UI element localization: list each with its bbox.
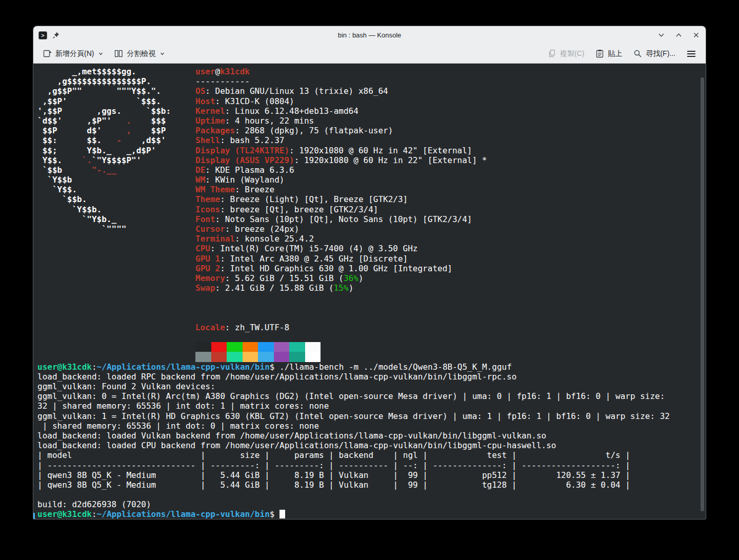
terminal-line: ggml_vulkan: 0 = Intel(R) Arc(tm) A380 G… [37,391,706,401]
terminal-text: $$$ [131,116,166,126]
terminal-text: : Noto Sans (10pt) [Qt], Noto Sans (10pt… [215,214,472,224]
terminal-text: Font [195,214,215,224]
terminal-text: `$$b. [37,194,87,204]
palette-row [195,352,487,362]
terminal-line: Memory: 5.62 GiB / 15.51 GiB (36%) [195,273,487,283]
terminal-text: | shared memory: 65536 | int dot: 0 | ma… [37,421,319,431]
terminal-text: WM Theme [195,185,235,194]
terminal-line: | ------------------------------ | -----… [37,461,706,470]
scrollbar-thumb[interactable] [701,77,704,511]
color-swatch [243,352,258,362]
terminal-text: `d$$' ,$P"' [37,116,126,126]
terminal-line: build: d2d626938 (7020) [37,499,706,509]
terminal-text: 32 | shared memory: 65536 | int dot: 1 |… [37,401,329,411]
terminal-line [195,332,487,342]
color-swatch [211,352,227,362]
color-swatch [195,352,211,362]
close-button[interactable] [691,31,701,40]
find-button[interactable]: 尋找(F)... [629,47,680,61]
copy-button[interactable]: 複製(C) [543,47,589,61]
paste-button[interactable]: 貼上 [591,47,627,61]
hamburger-menu-button[interactable] [682,48,701,60]
split-view-icon [114,49,123,58]
terminal-text: `"Y$b._ [37,214,116,224]
minimize-button[interactable] [656,31,666,40]
terminal-line: Packages: 2868 (dpkg), 75 (flatpak-user) [195,126,487,135]
terminal-text: ~/Applications/llama-cpp-vulkan/bin [97,509,270,519]
terminal-line: ggml_vulkan: 1 = Intel(R) HD Graphics 63… [37,411,706,421]
terminal-line: | shared memory: 65536 | int dot: 0 | ma… [37,421,706,431]
terminal-line: WM: KWin (Wayland) [195,175,487,185]
terminal-text: : [92,509,97,519]
color-swatch [195,342,211,352]
color-swatch [274,342,290,352]
new-tab-button[interactable]: 新增分頁(N) [38,47,108,61]
terminal-text: load_backend: loaded Vulkan backend from… [37,431,546,441]
terminal-line: Cursor: breeze (24px) [195,224,487,234]
terminal-line: | model | size | params | backend | ngl … [37,450,706,460]
new-tab-label: 新增分頁(N) [55,49,94,58]
terminal-text: : zh_TW.UTF-8 [225,323,289,332]
title-bar[interactable]: > bin : bash — Konsole [33,26,706,44]
terminal-text: ,g$$P"" """Y$$.". [37,86,161,96]
copy-label: 複製(C) [560,49,584,58]
terminal-text: OS [195,86,205,96]
terminal-line: `Y$$b [37,175,195,185]
terminal-line: Shell: bash 5.2.37 [195,135,487,145]
konsole-window: > bin : bash — Konsole [33,26,706,519]
terminal-line: GPU 2: Intel HD Graphics 630 @ 1.00 GHz … [195,264,487,273]
terminal-line: Theme: Breeze (Light) [Qt], Breeze [GTK2… [195,194,487,204]
chevron-down-icon [160,51,165,56]
terminal-text: ggml_vulkan: Found 2 Vulkan devices: [37,382,215,391]
split-view-button[interactable]: 分割檢視 [110,47,169,61]
terminal-line: ,$$P' `$$$. [37,96,195,106]
terminal-text: 15% [334,283,349,293]
terminal-text: Swap [195,283,215,293]
terminal-line: `$$b "-.__ [37,165,195,175]
terminal-line: `Y$$b. [37,205,195,214]
terminal-text: Uptime [195,116,225,126]
terminal-line: user@k31cdk:~/Applications/llama-cpp-vul… [37,509,706,519]
terminal-line: $$; Y$b._ _,d$P' [37,146,195,155]
terminal-text: Theme [195,194,220,204]
terminal-line: Locale: zh_TW.UTF-8 [195,323,487,332]
terminal-line: Swap: 2.41 GiB / 15.88 GiB (15%) [195,283,487,293]
terminal-text: "-.__ [92,165,116,175]
terminal-text: `"""" [37,224,126,234]
terminal-area[interactable]: _,met$$$$$gg. ,g$$$$$$$$$$$$$$$P. ,g$$P"… [33,64,706,519]
terminal-line: CPU: Intel(R) Core(TM) i5-7400 (4) @ 3.5… [195,244,487,253]
terminal-text: `Y$$. [37,185,77,194]
terminal-text: | qwen3 8B Q5_K - Medium | 5.44 GiB | 8.… [37,480,630,490]
terminal-text: : konsole 25.4.2 [235,234,314,244]
fastfetch-output: _,met$$$$$gg. ,g$$$$$$$$$$$$$$$P. ,g$$P"… [37,67,706,362]
terminal-line: `"Y$b._ [37,214,195,224]
terminal-line: Kernel: Linux 6.12.48+deb13-amd64 [195,106,487,116]
terminal-line: user@k31cdk:~/Applications/llama-cpp-vul… [37,362,706,372]
terminal-text: : 1920x1080 @ 60 Hz in 42" [External] [289,146,472,155]
terminal-text: Terminal [195,234,235,244]
pin-icon[interactable] [52,31,60,39]
terminal-text: : 1920x1080 @ 60 Hz in 22" [External] * [294,155,487,165]
terminal-text: ~/Applications/llama-cpp-vulkan/bin [97,362,270,372]
terminal-line: Icons: breeze [Qt], breeze [GTK2/3/4] [195,205,487,214]
terminal-text: CPU [195,244,210,253]
terminal-text: $$P d$' [37,126,126,135]
maximize-button[interactable] [674,31,683,40]
terminal-text: : Breeze [235,185,274,194]
terminal-text: : bash 5.2.37 [220,135,284,145]
terminal-line: `Y$$. [37,185,195,194]
terminal-line: Uptime: 4 hours, 22 mins [195,116,487,126]
terminal-line: Display (TL24K1TRE): 1920x1080 @ 60 Hz i… [195,146,487,155]
terminal-line: load_backend: loaded CPU backend from /h… [37,441,706,450]
hamburger-menu-icon [687,50,696,57]
terminal-text: `Y$$b [37,175,72,185]
terminal-line: Host: K31CD-K (0804) [195,96,487,106]
toolbar: 新增分頁(N) 分割檢視 [33,44,706,64]
color-swatch [274,352,290,362]
terminal-line: Terminal: konsole 25.4.2 [195,234,487,244]
terminal-line: load_backend: loaded RPC backend from /h… [37,372,706,382]
terminal-line: ,g$$P"" """Y$$.". [37,86,195,96]
terminal-line: OS: Debian GNU/Linux 13 (trixie) x86_64 [195,86,487,96]
terminal-line: `$$b. [37,194,195,204]
terminal-text: : Breeze (Light) [Qt], Breeze [GTK2/3] [220,194,408,204]
